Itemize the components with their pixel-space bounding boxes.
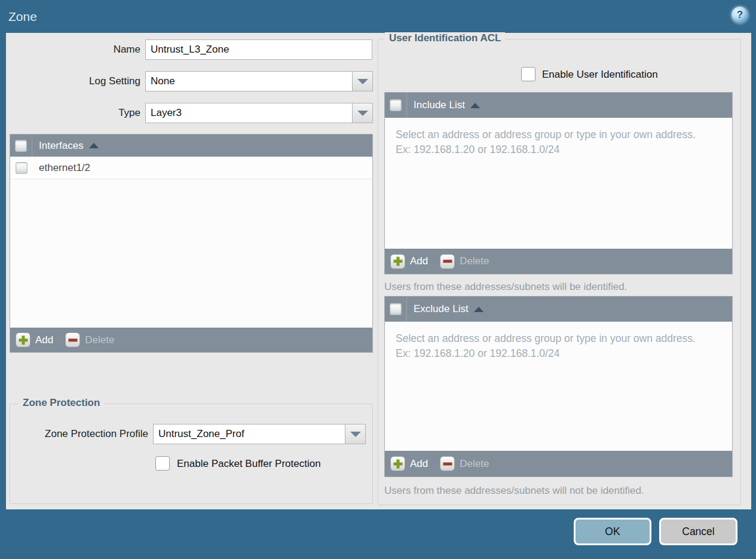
interface-name: ethernet1/2 — [32, 162, 90, 174]
packet-buffer-label: Enable Packet Buffer Protection — [177, 456, 321, 471]
name-input[interactable] — [145, 39, 372, 60]
include-list-table: Include List Select an address or addres… — [384, 92, 733, 274]
sort-ascending-icon — [89, 143, 99, 148]
chevron-down-icon — [350, 432, 361, 437]
interfaces-add-button[interactable]: Add — [35, 334, 53, 346]
include-delete-button[interactable]: Delete — [460, 255, 489, 267]
type-input[interactable] — [145, 103, 353, 123]
delete-icon[interactable] — [65, 332, 80, 347]
user-identification-legend: User Identification ACL — [385, 32, 505, 44]
enable-user-identification-label: Enable User Identification — [542, 67, 658, 82]
type-dropdown-button[interactable] — [353, 103, 373, 123]
row-checkbox[interactable] — [10, 162, 32, 174]
exclude-select-all[interactable] — [385, 297, 407, 322]
interfaces-delete-button[interactable]: Delete — [85, 334, 114, 346]
add-icon[interactable] — [16, 332, 30, 347]
log-setting-input[interactable] — [145, 71, 353, 91]
cancel-button[interactable]: Cancel — [659, 518, 737, 545]
dialog-title: Zone — [8, 0, 37, 33]
include-list-header: Include List — [385, 93, 732, 118]
exclude-list-table: Exclude List Select an address or addres… — [384, 296, 733, 477]
exclude-list-body[interactable]: Select an address or address group or ty… — [385, 322, 732, 451]
name-label: Name — [6, 39, 140, 60]
checkbox-icon — [16, 162, 27, 174]
help-glyph: ? — [737, 9, 743, 21]
enable-user-identification-checkbox[interactable] — [521, 67, 535, 81]
add-icon[interactable] — [390, 254, 405, 269]
user-identification-fieldset: User Identification ACL Enable User Iden… — [378, 39, 741, 505]
sort-ascending-icon — [474, 307, 483, 312]
type-label: Type — [6, 103, 140, 123]
include-list-body[interactable]: Select an address or address group or ty… — [385, 118, 732, 249]
checkbox-icon — [390, 303, 402, 315]
interfaces-header-label[interactable]: Interfaces — [32, 140, 84, 152]
chevron-down-icon — [357, 79, 368, 84]
ok-button[interactable]: OK — [574, 518, 651, 545]
interfaces-table-body: ethernet1/2 — [10, 157, 372, 328]
exclude-list-caption: Users from these addresses/subnets will … — [384, 485, 644, 497]
log-setting-dropdown-button[interactable] — [353, 71, 373, 91]
dialog-titlebar: Zone ? — [0, 0, 756, 33]
add-icon[interactable] — [390, 456, 405, 471]
checkbox-icon — [390, 99, 402, 111]
dialog-content: Name Log Setting Type Interfaces etherne… — [6, 33, 751, 509]
interfaces-table-footer: Add Delete — [10, 328, 372, 352]
include-list-caption: Users from these addresses/subnets will … — [384, 281, 627, 293]
interfaces-table: Interfaces ethernet1/2 Add Delete — [10, 134, 373, 353]
exclude-list-header-label[interactable]: Exclude List — [407, 303, 469, 315]
log-setting-label: Log Setting — [6, 71, 140, 91]
exclude-delete-button[interactable]: Delete — [460, 458, 489, 470]
zone-protection-profile-dropdown-button[interactable] — [345, 424, 366, 444]
chevron-down-icon — [357, 111, 368, 116]
include-select-all[interactable] — [385, 93, 407, 118]
exclude-list-header: Exclude List — [385, 297, 732, 322]
interfaces-table-header: Interfaces — [10, 135, 372, 157]
checkbox-icon — [15, 140, 27, 152]
exclude-add-button[interactable]: Add — [410, 458, 428, 470]
delete-icon[interactable] — [440, 456, 455, 471]
exclude-list-footer: Add Delete — [385, 451, 732, 476]
table-row[interactable]: ethernet1/2 — [10, 157, 372, 179]
sort-ascending-icon — [470, 103, 480, 108]
zone-protection-legend: Zone Protection — [19, 397, 104, 409]
include-add-button[interactable]: Add — [410, 255, 428, 267]
packet-buffer-checkbox[interactable] — [155, 456, 170, 471]
zone-protection-fieldset: Zone Protection Zone Protection Profile … — [10, 404, 373, 504]
include-list-footer: Add Delete — [385, 249, 732, 274]
help-icon[interactable]: ? — [731, 7, 748, 23]
exclude-list-placeholder: Select an address or address group or ty… — [385, 322, 720, 371]
zone-protection-profile-input[interactable] — [153, 424, 345, 444]
delete-icon[interactable] — [440, 254, 455, 269]
include-list-header-label[interactable]: Include List — [407, 99, 465, 111]
include-list-placeholder: Select an address or address group or ty… — [385, 118, 720, 167]
interfaces-select-all[interactable] — [10, 135, 32, 157]
zone-protection-profile-label: Zone Protection Profile — [15, 424, 148, 444]
